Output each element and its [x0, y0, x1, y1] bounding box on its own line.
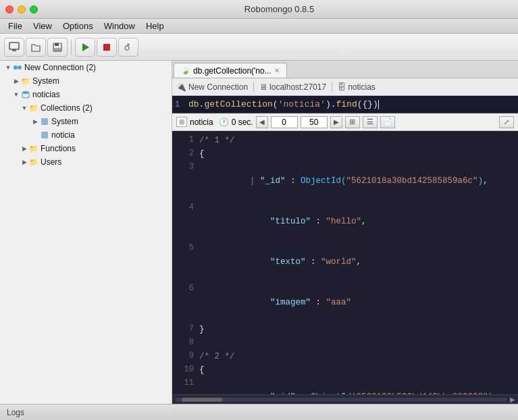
- play-button[interactable]: [75, 38, 95, 57]
- play-icon: [80, 42, 90, 53]
- tree-noticias[interactable]: ▼ noticias: [0, 88, 172, 101]
- menu-help[interactable]: Help: [140, 20, 170, 32]
- code-brace-open-1: {: [199, 147, 205, 161]
- menu-file[interactable]: File: [3, 20, 28, 32]
- code-line-3: 3 | "_id" : ObjectId("5621018a30bd142585…: [172, 161, 518, 201]
- monitor-icon: [9, 42, 20, 53]
- code-line-6: 6 "imagem" : "aaa": [172, 282, 518, 323]
- h-scroll-track[interactable]: [175, 398, 507, 402]
- minimize-button[interactable]: [18, 5, 26, 14]
- tree-noticia[interactable]: noticia: [0, 128, 172, 142]
- collection-noticia-icon: [39, 130, 50, 140]
- ln-8: 8: [175, 336, 194, 349]
- code-view[interactable]: 1 /* 1 */ 2 { 3 | "_id" : ObjectId("5621…: [172, 131, 518, 394]
- expand-button[interactable]: ⤢: [499, 116, 514, 128]
- monitor-button[interactable]: [4, 38, 24, 57]
- system-label: System: [32, 76, 59, 86]
- cmd-paren2: ): [326, 99, 331, 109]
- results-toolbar: ⊞ noticia 🕐 0 sec. ◀ ▶ ⊞ ☰ 📄 ⤢: [172, 113, 518, 131]
- titlebar: Robomongo 0.8.5: [0, 0, 518, 19]
- arrow-collections-system: ▶: [31, 117, 39, 126]
- results-clock-icon: 🕐: [219, 117, 229, 127]
- view-text-button[interactable]: 📄: [380, 116, 395, 128]
- view-table-button[interactable]: ⊞: [345, 116, 360, 128]
- stop-button[interactable]: [97, 38, 117, 57]
- svg-marker-6: [82, 43, 89, 51]
- toolbar: [0, 34, 518, 61]
- code-brace-open-2: {: [199, 363, 205, 377]
- menu-options[interactable]: Options: [57, 20, 99, 32]
- tools-icon: [123, 42, 134, 53]
- h-scroll-area[interactable]: ▶: [172, 394, 518, 404]
- code-line-2: 2 {: [172, 147, 518, 161]
- view-tree-button[interactable]: ☰: [363, 116, 378, 128]
- results-collection-name: noticia: [190, 117, 213, 127]
- menubar: File View Options Window Help: [0, 19, 518, 34]
- functions-label: Functions: [41, 144, 76, 153]
- tree-collections-system[interactable]: ▶ System: [0, 115, 172, 128]
- code-field-imagem-1: "imagem" : "aaa": [199, 282, 351, 323]
- statusbar: Logs: [0, 404, 518, 420]
- code-line-9: 9 /* 2 */: [172, 350, 518, 363]
- code-line-4: 4 "titulo" : "hello",: [172, 201, 518, 242]
- code-field-id-2: "_id" : ObjectId("562106b530bd142bba3990…: [199, 377, 498, 394]
- ln-7: 7: [175, 323, 194, 336]
- ln-9: 9: [175, 350, 194, 363]
- h-scroll-thumb[interactable]: [182, 398, 222, 402]
- page-size-input[interactable]: [301, 116, 328, 128]
- tree-system[interactable]: ▶ 📁 System: [0, 74, 172, 88]
- command-text: db.getCollection('noticia').find({}): [188, 99, 379, 109]
- tree-connection[interactable]: ▼ New Connection (2): [0, 61, 172, 74]
- tree-collections[interactable]: ▼ 📁 Collections (2): [0, 101, 172, 115]
- users-label: Users: [41, 157, 61, 167]
- cmd-db: db: [188, 99, 199, 109]
- noticia-label: noticia: [51, 130, 75, 140]
- ln-3: 3: [175, 161, 194, 174]
- arrow-collections: ▼: [20, 104, 28, 112]
- app-title: Robomongo 0.8.5: [46, 4, 513, 14]
- arrow-users: ▶: [20, 158, 28, 166]
- nav-prev-button[interactable]: ◀: [256, 116, 268, 128]
- cmd-colname: 'noticia': [278, 99, 326, 109]
- collections-system-label: System: [51, 117, 78, 126]
- arrow-system: ▶: [12, 77, 20, 85]
- collections-label: Collections (2): [41, 103, 93, 113]
- db-icon-noticias: [20, 89, 31, 100]
- querybar-db-label: noticias: [348, 82, 375, 92]
- maximize-button[interactable]: [30, 5, 38, 14]
- arrow-functions: ▶: [20, 145, 28, 153]
- code-comment-2: /* 2 */: [199, 350, 235, 363]
- svg-rect-7: [103, 44, 110, 51]
- cmd-paren1: (: [273, 99, 278, 109]
- tab-icon-1: 🍃: [181, 66, 190, 75]
- tools-button[interactable]: [118, 38, 138, 57]
- statusbar-label: Logs: [7, 408, 24, 417]
- tree-users[interactable]: ▶ 📁 Users: [0, 155, 172, 169]
- close-button[interactable]: [5, 5, 14, 14]
- menu-view[interactable]: View: [28, 20, 57, 32]
- connection-icon: [12, 62, 23, 73]
- ln-2: 2: [175, 147, 194, 160]
- cmd-find: find: [336, 99, 357, 109]
- querybar-db: 🗄 noticias: [338, 82, 375, 92]
- nav-next-button[interactable]: ▶: [330, 116, 342, 128]
- svg-point-8: [125, 46, 129, 50]
- query-bar: 🔌 New Connection 🖥 localhost:27017 🗄 not…: [172, 78, 518, 96]
- tree-functions[interactable]: ▶ 📁 Functions: [0, 142, 172, 155]
- code-line-10: 10 {: [172, 363, 518, 377]
- tab-query-1[interactable]: 🍃 db.getCollection('no... ✕: [174, 63, 287, 78]
- save-button[interactable]: [47, 38, 68, 57]
- db-bar-icon: 🗄: [338, 82, 346, 92]
- page-current-input[interactable]: [271, 116, 298, 128]
- open-button[interactable]: [26, 38, 46, 57]
- tab-close-1[interactable]: ✕: [274, 68, 280, 74]
- menu-window[interactable]: Window: [99, 20, 140, 32]
- ln-1: 1: [175, 134, 194, 147]
- arrow-noticia: [31, 131, 39, 139]
- save-icon: [52, 42, 63, 53]
- arrow-connection: ▼: [4, 63, 12, 72]
- connection-bar-icon: 🔌: [176, 82, 186, 92]
- code-brace-close-1: }: [199, 323, 205, 336]
- command-editor[interactable]: 1 db.getCollection('noticia').find({}): [172, 96, 518, 113]
- connection-label: New Connection (2): [24, 63, 96, 72]
